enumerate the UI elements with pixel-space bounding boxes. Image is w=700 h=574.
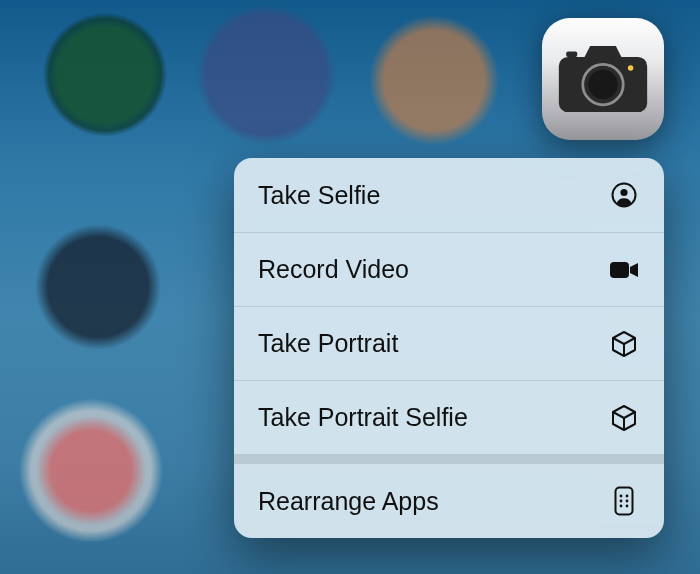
home-screen-blurred: Take Selfie Record Video Take Portrait	[0, 0, 700, 574]
menu-item-rearrange-apps[interactable]: Rearrange Apps	[234, 464, 664, 538]
svg-point-9	[620, 495, 623, 498]
svg-point-10	[626, 495, 629, 498]
svg-point-12	[626, 500, 629, 503]
menu-item-label: Record Video	[258, 255, 608, 284]
selfie-icon	[608, 182, 640, 208]
menu-item-take-portrait-selfie[interactable]: Take Portrait Selfie	[234, 380, 664, 454]
quick-actions-menu: Take Selfie Record Video Take Portrait	[234, 158, 664, 538]
cube-icon	[608, 404, 640, 432]
menu-item-label: Take Portrait Selfie	[258, 403, 608, 432]
svg-rect-8	[616, 488, 633, 515]
svg-point-11	[620, 500, 623, 503]
svg-point-14	[626, 505, 629, 508]
menu-item-label: Rearrange Apps	[258, 487, 608, 516]
svg-point-3	[588, 70, 617, 99]
svg-point-6	[620, 189, 627, 196]
menu-item-record-video[interactable]: Record Video	[234, 232, 664, 306]
camera-app-icon[interactable]	[542, 18, 664, 140]
apps-grid-icon	[608, 486, 640, 516]
camera-icon	[557, 43, 649, 115]
svg-point-4	[628, 65, 634, 71]
video-icon	[608, 260, 640, 280]
svg-rect-7	[610, 262, 629, 278]
menu-item-take-portrait[interactable]: Take Portrait	[234, 306, 664, 380]
menu-separator	[234, 454, 664, 464]
menu-item-take-selfie[interactable]: Take Selfie	[234, 158, 664, 232]
svg-rect-1	[566, 51, 577, 57]
svg-point-13	[620, 505, 623, 508]
menu-item-label: Take Selfie	[258, 181, 608, 210]
cube-icon	[608, 330, 640, 358]
menu-item-label: Take Portrait	[258, 329, 608, 358]
